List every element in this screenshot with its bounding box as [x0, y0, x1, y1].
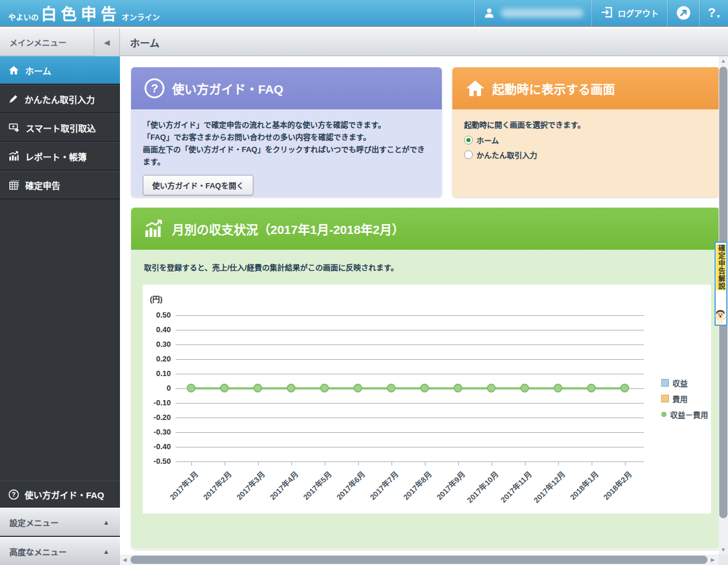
chart-ytick-label: -0.10 [143, 398, 171, 407]
sidebar-item-label: 確定申告 [25, 179, 60, 191]
bar-chart-icon [8, 151, 19, 161]
logout-icon [600, 6, 613, 20]
chart-data-marker [287, 384, 296, 392]
summary-panel-title: 月別の収支状況（2017年1月-2018年2月） [172, 220, 404, 237]
settings-menu-label: 設定メニュー [9, 516, 59, 528]
scrollbar-corner [719, 554, 728, 565]
radio-button[interactable] [464, 150, 473, 159]
chart-arrow-icon [144, 219, 165, 239]
chart-x-tick [258, 461, 259, 466]
logo-prefix: やよいの [8, 11, 39, 22]
chart-data-marker [187, 384, 195, 392]
app-logo: やよいの 白色申告 オンライン [0, 2, 160, 25]
chart-ytick-label: 0 [143, 384, 171, 392]
triangle-up-icon: ▲ [103, 519, 109, 526]
horizontal-scroll-thumb[interactable] [131, 556, 708, 564]
pencil-icon [8, 94, 19, 104]
svg-text:?: ? [151, 82, 158, 95]
guide-faq-card: ? 使い方ガイド・FAQ 「使い方ガイド」で確定申告の流れと基本的な使い方を確認… [131, 67, 442, 197]
chart-data-marker [520, 384, 529, 392]
chart-x-tick [558, 461, 559, 466]
sidebar-item-reports[interactable]: レポート・帳簿 [0, 142, 120, 171]
user-icon [483, 7, 495, 19]
startup-option-1[interactable]: かんたん取引入力 [464, 149, 708, 160]
sidebar-item-home[interactable]: ホーム [0, 56, 120, 85]
logout-label: ログアウト [618, 7, 659, 19]
chart-data-marker [554, 384, 562, 392]
chart-gridline [176, 403, 644, 404]
calculator-icon [8, 180, 19, 190]
guide-line: 画面左下の「使い方ガイド・FAQ」をクリックすればいつでも呼び出すことができます… [143, 143, 430, 168]
chart-data-marker [587, 384, 596, 392]
startup-options: ホームかんたん取引入力 [464, 135, 708, 160]
startup-card-body: 起動時に開く画面を選択できます。 ホームかんたん取引入力 [452, 109, 719, 197]
external-link-button[interactable] [667, 0, 699, 26]
scroll-right-arrow[interactable]: ▶ [708, 554, 717, 565]
radio-button[interactable] [464, 136, 473, 144]
sidebar-item-label: ホーム [25, 64, 51, 77]
chart-data-marker [487, 384, 496, 392]
sidebar-item-smart-import[interactable]: スマート取引取込 [0, 113, 120, 142]
legend-swatch [661, 379, 669, 387]
legend-label: 収益－費用 [670, 409, 708, 420]
chart-data-marker [620, 384, 629, 392]
question-circle-icon: ? [144, 78, 165, 99]
app-header: やよいの 白色申告 オンライン ログアウト ? ▾ [0, 0, 728, 27]
startup-card-header: 起動時に表示する画面 [452, 67, 719, 109]
chart-ytick-label: -0.20 [143, 413, 171, 422]
legend-swatch [661, 395, 669, 402]
sidebar-item-tax-return[interactable]: 確定申告 [0, 171, 120, 199]
sidebar-item-simple-entry[interactable]: かんたん取引入力 [0, 85, 120, 113]
chart-ytick-label: 0.20 [143, 354, 171, 363]
chart-ytick-label: 0.40 [143, 325, 171, 334]
chart-x-tick [425, 461, 425, 466]
chart-x-tick [492, 461, 492, 466]
logo-suffix: オンライン [122, 11, 160, 22]
sidebar: ホーム かんたん取引入力 スマート取引取込 レポート・帳簿 確定申告 ? [0, 56, 120, 565]
scroll-left-arrow[interactable]: ◀ [120, 554, 129, 565]
open-guide-faq-button[interactable]: 使い方ガイド・FAQを開く [143, 175, 253, 195]
advanced-menu-toggle[interactable]: 高度なメニュー ▲ [0, 537, 120, 565]
home-icon [8, 65, 19, 75]
chart-gridline [176, 344, 644, 345]
logout-button[interactable]: ログアウト [592, 0, 667, 26]
chart-x-tick [625, 461, 626, 466]
sidebar-help-faq[interactable]: ? 使い方ガイド・FAQ [0, 481, 120, 508]
chart-gridline [176, 432, 644, 433]
summary-description: 取引を登録すると、売上/仕入/経費の集計結果がこの画面に反映されます。 [144, 261, 398, 273]
scroll-down-arrow[interactable]: ▼ [719, 545, 728, 554]
chart-gridline [176, 359, 644, 360]
logo-main: 白色申告 [41, 2, 121, 25]
chart-gridline [176, 461, 644, 462]
horizontal-scrollbar[interactable]: ◀ ▶ [120, 554, 719, 565]
scroll-up-arrow[interactable]: ▲ [719, 56, 728, 66]
guide-card-header: ? 使い方ガイド・FAQ [131, 67, 442, 109]
main-content: ? 使い方ガイド・FAQ 「使い方ガイド」で確定申告の流れと基本的な使い方を確認… [120, 56, 719, 554]
guide-card-title: 使い方ガイド・FAQ [172, 80, 283, 97]
chart-gridline [176, 330, 644, 330]
import-card-icon [8, 122, 20, 133]
chart-data-marker [454, 384, 462, 392]
settings-menu-toggle[interactable]: 設定メニュー ▲ [0, 508, 120, 536]
tax-return-guide-tab[interactable]: 確定申告解説 [715, 242, 727, 326]
guide-line: 「使い方ガイド」で確定申告の流れと基本的な使い方を確認できます。 [143, 119, 430, 131]
legend-item: 収益－費用 [661, 409, 708, 420]
chart-data-marker [420, 384, 429, 392]
guide-line: 「FAQ」でお客さまからお問い合わせの多い内容を確認できます。 [143, 131, 430, 143]
caret-down-icon: ▾ [717, 13, 720, 19]
chart-gridline [176, 418, 644, 418]
sidebar-item-label: レポート・帳簿 [25, 150, 87, 163]
sidebar-item-label: かんたん取引入力 [25, 93, 95, 105]
chart-data-marker [387, 384, 396, 392]
chart-x-tick [291, 461, 292, 466]
chart-gridline [176, 315, 644, 316]
chart-ytick-label: -0.50 [143, 457, 171, 466]
chart-x-tick [225, 461, 225, 466]
sidebar-collapse-button[interactable]: ◀ [94, 28, 120, 56]
help-menu-button[interactable]: ? ▾ [699, 0, 728, 26]
chart-gridline [176, 374, 644, 374]
sub-bar: メインメニュー ◀ ホーム [0, 28, 728, 56]
chart-x-tick [325, 461, 325, 466]
startup-option-0[interactable]: ホーム [464, 135, 708, 146]
user-account-area[interactable] [475, 0, 592, 26]
